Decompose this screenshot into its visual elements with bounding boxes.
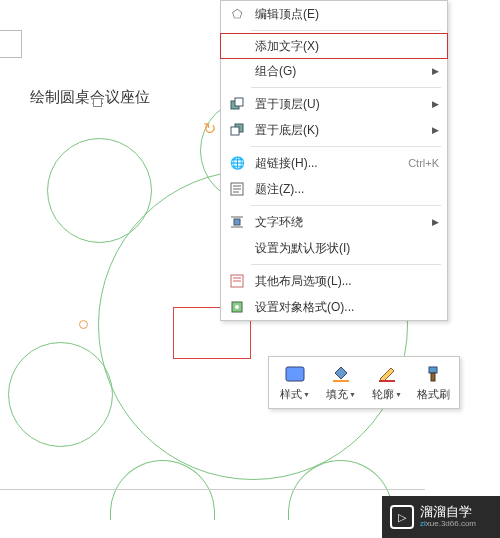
style-button[interactable]: 样式 ▼ [275,363,315,402]
context-menu: ⬠ 编辑顶点(E) 添加文字(X) 组合(G) ▶ 置于顶层(U) ▶ 置于底层… [220,0,448,321]
rotate-handle[interactable]: ↻ [203,119,219,135]
submenu-arrow-icon: ▶ [432,66,439,76]
menu-item-send-back[interactable]: 置于底层(K) ▶ [221,117,447,143]
style-icon [282,363,308,385]
outline-button[interactable]: 轮廓 ▼ [367,363,407,402]
svg-rect-16 [286,367,304,381]
svg-rect-1 [235,98,243,106]
tool-label: 轮廓 [372,387,394,402]
submenu-arrow-icon: ▶ [432,99,439,109]
svg-rect-8 [234,219,240,225]
menu-label: 置于顶层(U) [255,96,320,113]
menu-label: 置于底层(K) [255,122,319,139]
menu-item-group[interactable]: 组合(G) ▶ [221,58,447,84]
format-painter-icon [420,363,446,385]
menu-label: 题注(Z)... [255,181,304,198]
mini-toolbar: 样式 ▼ 填充 ▼ 轮廓 ▼ 格式刷 [268,356,460,409]
watermark: ▷ 溜溜自学 zixue.3d66.com [382,496,500,538]
canvas-title: 绘制圆桌会议座位 [30,88,150,107]
page-edge-box [0,30,22,58]
tool-label: 样式 [280,387,302,402]
menu-item-layout-options[interactable]: 其他布局选项(L)... [221,268,447,294]
svg-rect-18 [379,380,395,382]
bring-front-icon [228,95,246,113]
menu-label: 编辑顶点(E) [255,6,319,23]
menu-separator [251,87,441,88]
menu-item-caption[interactable]: 题注(Z)... [221,176,447,202]
fill-button[interactable]: 填充 ▼ [321,363,361,402]
tool-label: 填充 [326,387,348,402]
menu-separator [251,264,441,265]
svg-rect-19 [429,367,437,373]
menu-item-text-wrap[interactable]: 文字环绕 ▶ [221,209,447,235]
hyperlink-icon: 🌐 [228,154,246,172]
menu-separator [251,205,441,206]
menu-item-bring-front[interactable]: 置于顶层(U) ▶ [221,91,447,117]
seat-circle-3[interactable] [8,342,113,447]
wrap-text-icon [228,213,246,231]
layout-icon [228,272,246,290]
format-icon [228,298,246,316]
tool-label: 格式刷 [417,387,450,402]
menu-separator [251,146,441,147]
menu-label: 其他布局选项(L)... [255,273,352,290]
submenu-arrow-icon: ▶ [432,217,439,227]
svg-point-15 [235,305,239,309]
menu-label: 超链接(H)... [255,155,318,172]
play-icon: ▷ [390,505,414,529]
menu-item-edit-points[interactable]: ⬠ 编辑顶点(E) [221,1,447,27]
submenu-arrow-icon: ▶ [432,125,439,135]
svg-rect-17 [333,380,349,382]
menu-label: 组合(G) [255,63,296,80]
format-painter-button[interactable]: 格式刷 [413,363,453,402]
svg-rect-20 [431,373,435,381]
selection-handle-l[interactable] [79,320,88,329]
menu-label: 添加文字(X) [255,38,319,55]
caption-icon [228,180,246,198]
menu-item-hyperlink[interactable]: 🌐 超链接(H)... Ctrl+K [221,150,447,176]
page-boundary-line [0,489,425,490]
selection-handle-tl[interactable] [93,98,102,107]
send-back-icon [228,121,246,139]
edit-points-icon: ⬠ [228,5,246,23]
menu-label: 设置对象格式(O)... [255,299,354,316]
outline-icon [374,363,400,385]
dropdown-arrow-icon: ▼ [349,391,356,398]
dropdown-arrow-icon: ▼ [303,391,310,398]
menu-separator [251,30,441,31]
dropdown-arrow-icon: ▼ [395,391,402,398]
watermark-text-sub: zixue.3d66.com [420,520,476,529]
menu-item-default-shape[interactable]: 设置为默认形状(I) [221,235,447,261]
menu-shortcut: Ctrl+K [408,157,439,169]
seat-circle-1[interactable] [47,138,152,243]
watermark-text-main: 溜溜自学 [420,505,476,519]
fill-icon [328,363,354,385]
menu-item-format-object[interactable]: 设置对象格式(O)... [221,294,447,320]
menu-item-add-text[interactable]: 添加文字(X) [220,33,448,59]
menu-label: 设置为默认形状(I) [255,240,350,257]
svg-rect-3 [231,127,239,135]
menu-label: 文字环绕 [255,214,303,231]
